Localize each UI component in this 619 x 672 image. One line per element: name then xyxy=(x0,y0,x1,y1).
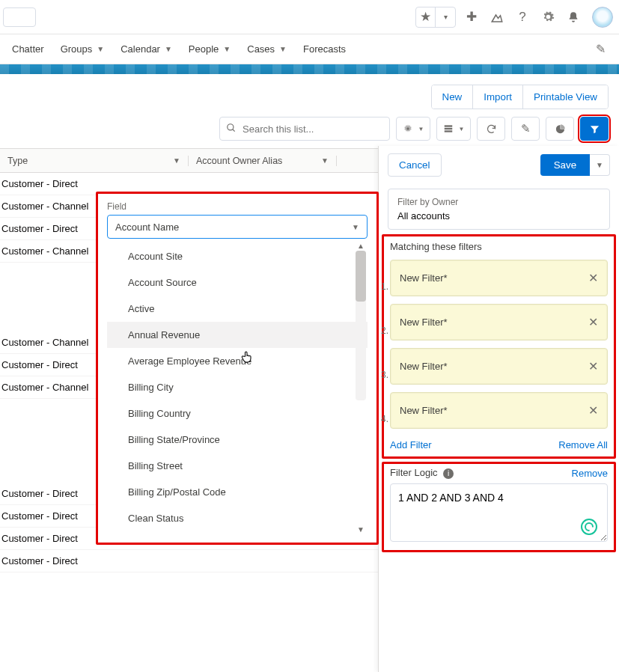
info-icon[interactable]: i xyxy=(443,468,454,479)
filter-index: 1. xyxy=(381,281,388,292)
filter-by-owner-card[interactable]: Filter by Owner All accounts xyxy=(388,189,610,230)
filter-index: 4. xyxy=(381,414,388,424)
chevron-down-icon: ▼ xyxy=(97,45,104,53)
field-option[interactable]: Billing Street xyxy=(107,453,368,479)
field-select[interactable]: Account Name ▼ xyxy=(107,215,368,239)
grammarly-icon xyxy=(581,519,597,535)
setup-gear-icon[interactable] xyxy=(538,7,558,27)
help-icon[interactable]: ? xyxy=(513,7,532,27)
chevron-down-icon: ▼ xyxy=(418,126,424,132)
nav-tab-forecasts[interactable]: Forecasts xyxy=(303,43,346,55)
field-option[interactable]: Clean Status xyxy=(107,505,368,531)
chevron-down-icon: ▼ xyxy=(279,45,287,53)
field-option[interactable]: Account Source xyxy=(107,269,368,296)
svg-rect-4 xyxy=(444,128,452,129)
remove-filter-icon[interactable]: ✕ xyxy=(588,359,598,373)
chevron-down-icon: ▼ xyxy=(459,126,465,132)
filter-by-owner-value: All accounts xyxy=(397,210,600,222)
field-option[interactable]: Account Site xyxy=(107,243,368,269)
edit-list-icon[interactable]: ✎ xyxy=(511,117,540,141)
scroll-down-arrow[interactable]: ▼ xyxy=(357,525,365,534)
field-option[interactable]: Billing State/Province xyxy=(107,427,368,453)
field-select-value: Account Name xyxy=(115,222,179,233)
filter-card-label: New Filter* xyxy=(400,317,448,328)
matching-filters-section: Matching these filters 1.New Filter*✕2.N… xyxy=(382,234,616,459)
display-as-table[interactable]: ▼ xyxy=(436,117,471,141)
user-avatar[interactable] xyxy=(592,7,613,28)
field-option[interactable]: Billing Country xyxy=(107,400,368,427)
star-dropdown[interactable]: ▾ xyxy=(436,7,455,27)
brand-band xyxy=(0,64,619,74)
nav-tab-people[interactable]: People▼ xyxy=(189,43,231,55)
favorites-group: ★ ▾ xyxy=(415,7,456,28)
filter-card-label: New Filter* xyxy=(400,361,448,372)
svg-rect-3 xyxy=(444,125,452,126)
nav-tab-groups[interactable]: Groups▼ xyxy=(61,43,105,55)
nav-tab-cases[interactable]: Cases▼ xyxy=(247,43,287,55)
remove-filter-icon[interactable]: ✕ xyxy=(588,315,598,329)
field-option[interactable]: Average Employee Revenue xyxy=(107,348,368,374)
filter-logic-label: Filter Logic xyxy=(390,467,438,478)
filter-card[interactable]: New Filter*✕ xyxy=(390,304,608,340)
matching-filters-label: Matching these filters xyxy=(390,241,608,252)
filter-index: 2. xyxy=(381,326,388,336)
add-icon[interactable]: ✚ xyxy=(462,7,481,27)
edit-nav-icon[interactable]: ✎ xyxy=(596,42,606,56)
filter-card[interactable]: New Filter*✕ xyxy=(390,348,608,385)
remove-all-link[interactable]: Remove All xyxy=(558,439,608,450)
printable-view-button[interactable]: Printable View xyxy=(522,85,608,109)
import-button[interactable]: Import xyxy=(472,85,522,109)
trailhead-icon[interactable] xyxy=(487,7,507,27)
star-icon[interactable]: ★ xyxy=(416,7,436,27)
nav-tab-chatter[interactable]: Chatter xyxy=(12,43,44,55)
nav-tab-calendar[interactable]: Calendar▼ xyxy=(121,43,172,55)
new-button[interactable]: New xyxy=(432,85,473,109)
filter-panel: Cancel Save ▼ Filter by Owner All accoun… xyxy=(378,146,619,672)
refresh-icon[interactable] xyxy=(477,117,505,141)
filter-card[interactable]: New Filter*✕ xyxy=(390,392,608,429)
notifications-icon[interactable] xyxy=(564,7,583,27)
column-type[interactable]: Type▼ xyxy=(0,156,189,166)
field-label: Field xyxy=(107,201,368,212)
save-dropdown[interactable]: ▼ xyxy=(590,154,610,176)
field-option[interactable]: Annual Revenue xyxy=(107,322,368,348)
filter-by-owner-label: Filter by Owner xyxy=(397,197,600,207)
chevron-down-icon: ▼ xyxy=(223,45,231,53)
global-search-stub[interactable] xyxy=(3,7,36,27)
remove-logic-link[interactable]: Remove xyxy=(572,468,608,479)
field-option[interactable]: Billing City xyxy=(107,374,368,400)
field-option[interactable]: Active xyxy=(107,296,368,322)
filter-icon[interactable] xyxy=(580,117,609,141)
remove-filter-icon[interactable]: ✕ xyxy=(588,271,598,285)
filter-logic-input[interactable] xyxy=(390,483,608,542)
scroll-up-arrow[interactable]: ▲ xyxy=(357,243,365,250)
svg-rect-5 xyxy=(444,130,452,132)
chevron-down-icon: ▼ xyxy=(165,45,172,53)
scrollbar-thumb[interactable] xyxy=(356,251,366,302)
filter-card-label: New Filter* xyxy=(400,405,448,416)
list-search-input[interactable] xyxy=(241,123,383,135)
list-search[interactable] xyxy=(219,117,390,141)
column-owner-alias[interactable]: Account Owner Alias▼ xyxy=(189,156,337,166)
cancel-button[interactable]: Cancel xyxy=(388,153,442,177)
svg-line-1 xyxy=(233,129,235,131)
list-settings-gear[interactable]: ▼ xyxy=(396,117,430,141)
filter-logic-section: Filter Logic i Remove xyxy=(382,462,616,552)
save-button[interactable]: Save xyxy=(540,154,590,176)
add-filter-link[interactable]: Add Filter xyxy=(390,439,432,450)
list-actions-group: New Import Printable View xyxy=(431,85,609,109)
filter-card[interactable]: New Filter*✕ xyxy=(390,260,608,296)
svg-point-0 xyxy=(228,123,234,129)
field-picker-popover: Field Account Name ▼ Account SiteAccount… xyxy=(96,192,379,545)
triangle-down-icon: ▼ xyxy=(352,223,359,231)
filter-index: 3. xyxy=(381,370,388,380)
filter-card-label: New Filter* xyxy=(400,272,448,284)
remove-filter-icon[interactable]: ✕ xyxy=(588,403,598,418)
search-icon xyxy=(226,123,237,135)
field-option[interactable]: Billing Zip/Postal Code xyxy=(107,479,368,505)
chart-icon[interactable] xyxy=(546,117,574,141)
